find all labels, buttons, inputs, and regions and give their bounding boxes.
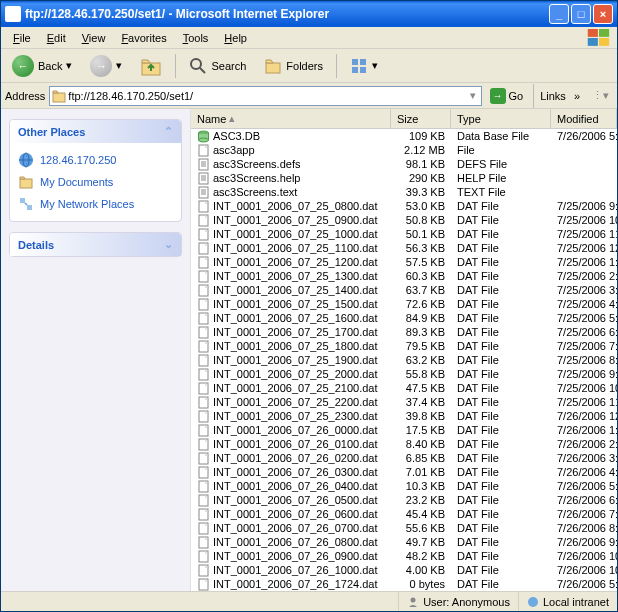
links-chevron-icon[interactable]: » [570, 90, 584, 102]
file-row[interactable]: asc3Screens.defs98.1 KBDEFS File [191, 157, 617, 171]
menu-file[interactable]: File [5, 29, 39, 47]
file-name: INT_0001_2006_07_25_2000.dat [191, 368, 391, 381]
file-name: INT_0001_2006_07_26_0100.dat [191, 438, 391, 451]
file-row[interactable]: INT_0001_2006_07_26_1000.dat4.00 KBDAT F… [191, 563, 617, 577]
file-row[interactable]: INT_0001_2006_07_26_0600.dat45.4 KBDAT F… [191, 507, 617, 521]
file-row[interactable]: INT_0001_2006_07_26_1724.dat0 bytesDAT F… [191, 577, 617, 591]
back-button[interactable]: ←Back▾ [5, 52, 79, 80]
file-modified: 7/25/2006 12:00 PM [551, 242, 617, 254]
file-row[interactable]: INT_0001_2006_07_26_0100.dat8.40 KBDAT F… [191, 437, 617, 451]
sidebar-item-network[interactable]: My Network Places [18, 193, 173, 215]
file-size: 50.1 KB [391, 228, 451, 240]
file-row[interactable]: INT_0001_2006_07_26_0400.dat10.3 KBDAT F… [191, 479, 617, 493]
file-name: INT_0001_2006_07_26_0600.dat [191, 508, 391, 521]
address-input[interactable] [66, 90, 466, 102]
folders-button[interactable]: Folders [257, 54, 330, 78]
file-row[interactable]: INT_0001_2006_07_25_2000.dat55.8 KBDAT F… [191, 367, 617, 381]
toolbar-options-icon[interactable]: ⋮▾ [588, 89, 613, 102]
col-header-name[interactable]: Name▴ [191, 109, 391, 128]
file-row[interactable]: ASC3.DB109 KBData Base File7/26/2006 5:2… [191, 129, 617, 143]
file-type: DAT File [451, 354, 551, 366]
menu-view[interactable]: View [74, 29, 114, 47]
file-size: 39.3 KB [391, 186, 451, 198]
file-type: File [451, 144, 551, 156]
file-row[interactable]: INT_0001_2006_07_25_1700.dat89.3 KBDAT F… [191, 325, 617, 339]
svg-rect-7 [266, 63, 280, 73]
views-icon [350, 57, 368, 75]
file-name: INT_0001_2006_07_25_1200.dat [191, 256, 391, 269]
file-name: INT_0001_2006_07_26_0500.dat [191, 494, 391, 507]
file-type: DAT File [451, 256, 551, 268]
file-row[interactable]: INT_0001_2006_07_25_2300.dat39.8 KBDAT F… [191, 409, 617, 423]
forward-button[interactable]: →▾ [83, 52, 129, 80]
sidebar-item-documents[interactable]: My Documents [18, 171, 173, 193]
file-row[interactable]: INT_0001_2006_07_26_0500.dat23.2 KBDAT F… [191, 493, 617, 507]
go-icon: → [490, 88, 506, 104]
file-row[interactable]: INT_0001_2006_07_25_1000.dat50.1 KBDAT F… [191, 227, 617, 241]
file-row[interactable]: INT_0001_2006_07_26_0200.dat6.85 KBDAT F… [191, 451, 617, 465]
file-modified: 7/26/2006 6:00 AM [551, 494, 617, 506]
file-modified: 7/25/2006 6:00 PM [551, 326, 617, 338]
details-header[interactable]: Details⌄ [10, 233, 181, 256]
file-modified: 7/25/2006 10:00 AM [551, 214, 617, 226]
file-row[interactable]: INT_0001_2006_07_26_0800.dat49.7 KBDAT F… [191, 535, 617, 549]
file-size: 56.3 KB [391, 242, 451, 254]
file-row[interactable]: INT_0001_2006_07_25_1900.dat63.2 KBDAT F… [191, 353, 617, 367]
col-header-modified[interactable]: Modified [551, 109, 617, 128]
file-row[interactable]: INT_0001_2006_07_25_1200.dat57.5 KBDAT F… [191, 255, 617, 269]
file-row[interactable]: asc3Screens.text39.3 KBTEXT File [191, 185, 617, 199]
close-button[interactable]: × [593, 4, 613, 24]
file-name: INT_0001_2006_07_25_0900.dat [191, 214, 391, 227]
go-button[interactable]: →Go [486, 88, 528, 104]
file-row[interactable]: INT_0001_2006_07_25_1400.dat63.7 KBDAT F… [191, 283, 617, 297]
file-row[interactable]: INT_0001_2006_07_26_0300.dat7.01 KBDAT F… [191, 465, 617, 479]
file-row[interactable]: INT_0001_2006_07_25_0800.dat53.0 KBDAT F… [191, 199, 617, 213]
file-row[interactable]: INT_0001_2006_07_26_0700.dat55.6 KBDAT F… [191, 521, 617, 535]
address-input-wrap[interactable]: ▾ [49, 86, 481, 106]
file-row[interactable]: INT_0001_2006_07_25_2200.dat37.4 KBDAT F… [191, 395, 617, 409]
file-modified: 7/25/2006 5:00 PM [551, 312, 617, 324]
file-type: HELP File [451, 172, 551, 184]
chevron-down-icon[interactable]: ▾ [467, 89, 479, 102]
other-places-header[interactable]: Other Places⌃ [10, 120, 181, 143]
minimize-button[interactable]: _ [549, 4, 569, 24]
file-size: 53.0 KB [391, 200, 451, 212]
file-row[interactable]: INT_0001_2006_07_26_0900.dat48.2 KBDAT F… [191, 549, 617, 563]
file-row[interactable]: INT_0001_2006_07_25_2100.dat47.5 KBDAT F… [191, 381, 617, 395]
menu-favorites[interactable]: Favorites [113, 29, 174, 47]
file-row[interactable]: asc3app2.12 MBFile [191, 143, 617, 157]
file-name: INT_0001_2006_07_26_0700.dat [191, 522, 391, 535]
file-row[interactable]: INT_0001_2006_07_25_1600.dat84.9 KBDAT F… [191, 311, 617, 325]
col-header-type[interactable]: Type [451, 109, 551, 128]
svg-rect-12 [53, 93, 65, 102]
file-row[interactable]: INT_0001_2006_07_25_0900.dat50.8 KBDAT F… [191, 213, 617, 227]
file-row[interactable]: INT_0001_2006_07_26_0000.dat17.5 KBDAT F… [191, 423, 617, 437]
file-size: 109 KB [391, 130, 451, 142]
file-list-body[interactable]: ASC3.DB109 KBData Base File7/26/2006 5:2… [191, 129, 617, 591]
network-icon [18, 196, 34, 212]
file-row[interactable]: INT_0001_2006_07_25_1800.dat79.5 KBDAT F… [191, 339, 617, 353]
file-size: 39.8 KB [391, 410, 451, 422]
file-name: INT_0001_2006_07_25_2300.dat [191, 410, 391, 423]
file-row[interactable]: INT_0001_2006_07_25_1300.dat60.3 KBDAT F… [191, 269, 617, 283]
col-header-size[interactable]: Size [391, 109, 451, 128]
user-icon [407, 596, 419, 608]
up-button[interactable] [133, 52, 169, 80]
file-type: DAT File [451, 270, 551, 282]
file-row[interactable]: INT_0001_2006_07_25_1100.dat56.3 KBDAT F… [191, 241, 617, 255]
file-row[interactable]: INT_0001_2006_07_25_1500.dat72.6 KBDAT F… [191, 297, 617, 311]
sidebar-item-host[interactable]: 128.46.170.250 [18, 149, 173, 171]
views-button[interactable]: ▾ [343, 54, 385, 78]
file-row[interactable]: asc3Screens.help290 KBHELP File [191, 171, 617, 185]
search-button[interactable]: Search [182, 54, 253, 78]
links-label[interactable]: Links [540, 90, 566, 102]
file-size: 290 KB [391, 172, 451, 184]
menu-help[interactable]: Help [216, 29, 255, 47]
file-name: ASC3.DB [191, 130, 391, 143]
file-name: INT_0001_2006_07_26_0300.dat [191, 466, 391, 479]
menu-edit[interactable]: Edit [39, 29, 74, 47]
details-panel: Details⌄ [9, 232, 182, 257]
menu-tools[interactable]: Tools [175, 29, 217, 47]
maximize-button[interactable]: □ [571, 4, 591, 24]
file-name: asc3Screens.defs [191, 158, 391, 171]
